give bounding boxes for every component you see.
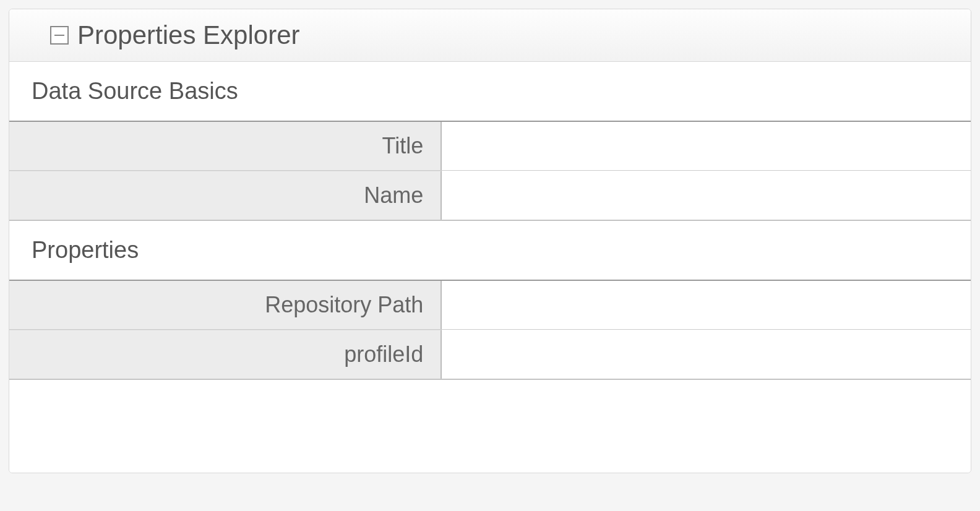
row-profile-id: profileId <box>9 330 971 379</box>
value-title[interactable] <box>442 122 971 170</box>
section-basics: Title Name <box>9 122 971 221</box>
panel-header: Properties Explorer <box>9 9 971 62</box>
label-name: Name <box>9 171 442 220</box>
properties-explorer-panel: Properties Explorer Data Source Basics T… <box>9 9 971 473</box>
panel-title: Properties Explorer <box>77 20 299 50</box>
label-title: Title <box>9 122 442 170</box>
panel-footer-space <box>9 380 971 473</box>
label-repository-path: Repository Path <box>9 281 442 329</box>
section-heading-properties: Properties <box>9 221 971 281</box>
value-profile-id[interactable] <box>442 330 971 379</box>
row-title: Title <box>9 122 971 171</box>
value-name[interactable] <box>442 171 971 220</box>
value-repository-path[interactable] <box>442 281 971 329</box>
row-name: Name <box>9 171 971 220</box>
row-repository-path: Repository Path <box>9 281 971 330</box>
collapse-icon[interactable] <box>50 26 69 45</box>
section-heading-basics: Data Source Basics <box>9 62 971 122</box>
label-profile-id: profileId <box>9 330 442 379</box>
section-properties: Repository Path profileId <box>9 281 971 380</box>
